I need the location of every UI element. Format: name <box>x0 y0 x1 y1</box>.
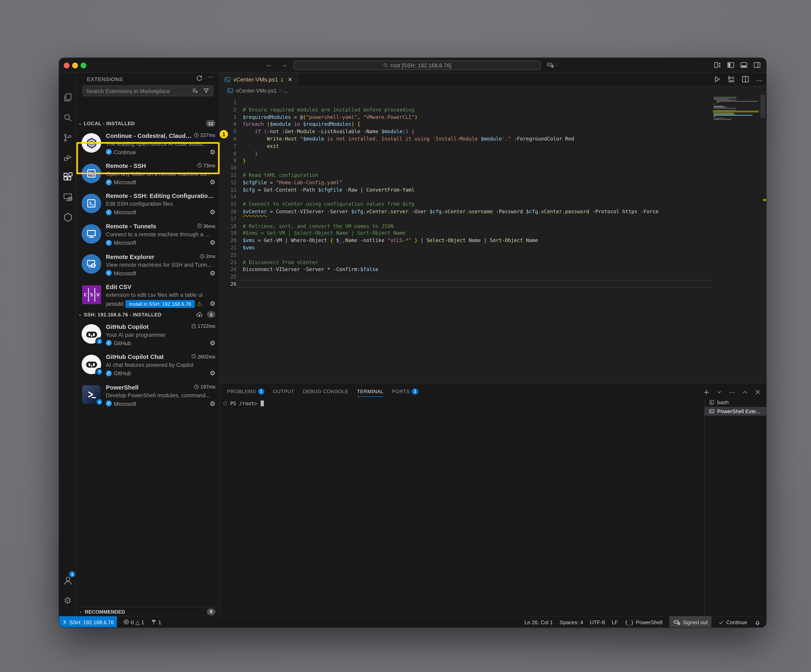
chevron-down-icon[interactable] <box>717 389 722 395</box>
ps-term-icon <box>709 408 714 414</box>
more-icon[interactable]: ⋯ <box>729 387 735 397</box>
terminal-list-item-bash[interactable]: bash <box>704 398 766 407</box>
gear-icon[interactable]: ⚙ <box>210 209 215 215</box>
minimap[interactable] <box>713 95 760 383</box>
activity-item-source-control[interactable] <box>59 129 76 145</box>
gear-icon[interactable]: ⚙ <box>210 370 215 376</box>
line-number: 23 <box>219 259 236 266</box>
remote-indicator[interactable]: SSH: 192.168.6.76 <box>59 616 117 627</box>
panel-tab-problems[interactable]: PROBLEMS1 <box>227 384 265 399</box>
activity-item-search[interactable] <box>59 110 76 125</box>
panel-tab-ports[interactable]: PORTS1 <box>392 384 418 399</box>
toggle-sidebar-icon[interactable] <box>727 61 735 69</box>
code-line: exit <box>243 142 279 150</box>
status-copilot-status[interactable]: Signed out <box>669 616 711 627</box>
close-window-button[interactable] <box>64 63 70 68</box>
powershell-file-icon <box>224 76 231 83</box>
toggle-secondary-sidebar-icon[interactable] <box>753 61 761 69</box>
cloud-download-icon[interactable] <box>196 311 202 318</box>
section-header[interactable]: ⌄LOCAL - INSTALLED12 <box>76 119 220 128</box>
install-in-ssh-button[interactable]: Install in SSH: 192.168.6.76 <box>126 300 195 308</box>
gear-icon[interactable]: ⚙ <box>210 179 215 185</box>
status-cursor-position[interactable]: Ln 26, Col 1 <box>524 616 553 627</box>
activity-item-remote-explorer[interactable] <box>59 190 76 205</box>
code-editor[interactable]: 12# Ensure required modules are installe… <box>219 95 766 383</box>
chevron-up-icon[interactable] <box>742 389 748 395</box>
current-line-highlight <box>236 280 711 288</box>
recommended-label: RECOMMENDED <box>85 609 125 614</box>
tab-close-icon[interactable]: ✕ <box>288 76 293 83</box>
problems-indicator[interactable]: 0 △ 1 <box>123 619 144 625</box>
gear-icon[interactable]: ⚙ <box>210 400 215 407</box>
activity-item-continue[interactable] <box>59 209 76 225</box>
refresh-icon[interactable] <box>196 75 202 81</box>
minimize-window-button[interactable] <box>72 63 78 68</box>
gear-icon[interactable]: ⚙ <box>210 239 215 246</box>
code-line: # Retrieve, sort, and convert the VM nam… <box>243 222 394 230</box>
split-editor-icon[interactable] <box>741 75 750 85</box>
annotation-highlight-box <box>76 142 220 174</box>
tab-vcenter-vms[interactable]: vCenter-VMs.ps1 1 ✕ <box>219 73 298 86</box>
activity-item-accounts[interactable]: 3 <box>59 572 76 588</box>
panel-tab-debug-console[interactable]: DEBUG CONSOLE <box>303 384 349 399</box>
code-line: $vms <box>243 244 255 252</box>
section-header[interactable]: ⌄SSH: 192.168.6.76 - INSTALLED3 <box>76 310 220 319</box>
gear-icon[interactable]: ⚙ <box>210 340 215 346</box>
run-icon[interactable] <box>713 75 721 85</box>
panel-tab-terminal[interactable]: TERMINAL <box>357 384 383 399</box>
toggle-panel-icon[interactable] <box>740 61 748 69</box>
line-number: 24 <box>219 266 236 273</box>
code-line: $vCenter = Connect-VIServer -Server $cfg… <box>243 208 658 215</box>
activation-time: 227ms <box>194 132 215 138</box>
extension-item-remote-explorer[interactable]: Remote Explorer 2ms View remote machines… <box>76 249 220 279</box>
extension-item-github-copilot-chat[interactable]: GitHub Copilot Chat 2602ms AI chat featu… <box>76 350 220 380</box>
status-language-mode[interactable]: {̲}PowerShell <box>625 616 663 627</box>
line-number: 26 <box>219 281 236 288</box>
panel-tab-output[interactable]: OUTPUT <box>273 384 294 399</box>
minimap-slider[interactable] <box>760 95 765 118</box>
extension-item-remote-tunnels[interactable]: Remote - Tunnels 36ms Connect to a remot… <box>76 219 220 249</box>
ports-indicator[interactable]: 1 <box>151 619 161 625</box>
new-terminal-icon[interactable] <box>703 389 710 395</box>
extension-name: Edit CSV <box>106 283 215 289</box>
status-bar: SSH: 192.168.6.76 0 △ 1 1 Ln 26, Col 1Sp… <box>59 616 766 628</box>
status-encoding[interactable]: UTF-8 <box>590 616 605 627</box>
status-eol[interactable]: LF <box>612 616 618 627</box>
more-icon[interactable]: ⋯ <box>756 75 762 85</box>
close-icon[interactable] <box>755 389 761 395</box>
status-notifications[interactable] <box>754 616 761 627</box>
run-below-icon[interactable] <box>727 75 735 85</box>
breadcrumb[interactable]: vCenter-VMs.ps1 › ... <box>219 86 766 95</box>
gear-icon[interactable]: ⚙ <box>210 270 215 276</box>
customize-layout-icon[interactable] <box>714 61 721 69</box>
clear-filter-icon[interactable] <box>192 87 199 94</box>
command-center-search[interactable]: root [SSH: 192.168.6.76] <box>293 61 541 70</box>
status-continue-status[interactable]: Continue <box>718 616 747 627</box>
activity-item-settings[interactable]: ⚙ <box>59 592 76 608</box>
extension-item-remote-ssh-editing-configuration[interactable]: Remote - SSH: Editing Configuration ... … <box>76 189 220 219</box>
terminal-list-item-powershell-exte[interactable]: PowerShell Exte... <box>704 407 766 416</box>
extension-item-powershell[interactable]: PowerShell 197ms Develop PowerShell modu… <box>76 380 220 410</box>
activity-item-extensions[interactable] <box>59 169 76 185</box>
recommended-section-header[interactable]: › RECOMMENDED 8 <box>76 607 220 616</box>
maximize-window-button[interactable] <box>81 63 86 68</box>
code-line: #$vms = Get-VM | Select-Object Name | So… <box>243 230 406 237</box>
status-indentation[interactable]: Spaces: 4 <box>560 616 583 627</box>
extension-name: Continue - Codestral, Claude,... <box>106 132 192 139</box>
nav-forward-icon[interactable]: → <box>280 61 288 68</box>
extension-description: Your AI pair programmer <box>106 331 215 338</box>
filter-icon[interactable] <box>203 87 209 94</box>
publisher-label: Microsoft <box>114 239 136 246</box>
terminal-prompt: PS /root> <box>230 401 257 406</box>
gear-icon[interactable]: ⚙ <box>210 300 215 307</box>
extension-item-edit-csv[interactable]: csv Edit CSV extension to edit csv files… <box>76 279 220 310</box>
more-actions-icon[interactable]: ⋯ <box>208 75 214 81</box>
extension-item-github-copilot[interactable]: GitHub Copilot 1722ms Your AI pair progr… <box>76 320 220 349</box>
panel-tab-badge: 1 <box>258 388 265 394</box>
activity-item-run-debug[interactable] <box>59 149 76 165</box>
nav-back-icon[interactable]: ← <box>265 61 273 68</box>
terminal-prompt-row[interactable]: PS /root> <box>223 401 264 406</box>
verified-publisher-icon: ✓ <box>106 179 112 185</box>
activity-item-explorer[interactable] <box>59 90 76 105</box>
copilot-menu-button[interactable]: ⌄ <box>547 61 558 68</box>
